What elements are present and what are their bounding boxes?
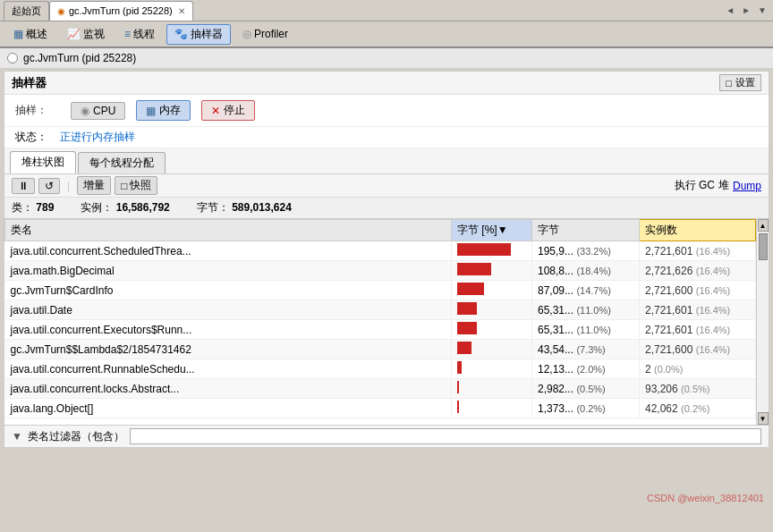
tab-jvm[interactable]: ◉ gc.JvmTurn (pid 25228) ✕ bbox=[49, 1, 193, 21]
nav-monitor[interactable]: 📈 监视 bbox=[59, 24, 113, 45]
cell-bar bbox=[452, 320, 532, 340]
cell-bar bbox=[452, 359, 532, 379]
cell-classname: java.util.concurrent.locks.Abstract... bbox=[5, 379, 452, 399]
table-row[interactable]: java.math.BigDecimal108,8... (18.4%)2,72… bbox=[5, 261, 756, 281]
pause-button[interactable]: ⏸ bbox=[12, 178, 35, 194]
settings-label: 设置 bbox=[735, 76, 755, 89]
overview-label: 概述 bbox=[26, 27, 47, 42]
cell-instances: 42,062 (0.2%) bbox=[640, 399, 756, 418]
nav-forward[interactable]: ► bbox=[739, 5, 753, 15]
snapshot-label: 快照 bbox=[130, 178, 151, 193]
tab-start[interactable]: 起始页 bbox=[4, 1, 49, 21]
bytes-stat: 字节： 589,013,624 bbox=[197, 200, 292, 215]
nav-profiler[interactable]: ◎ Profiler bbox=[234, 25, 296, 43]
cell-bar bbox=[452, 281, 532, 300]
monitor-icon: 📈 bbox=[67, 28, 81, 40]
table-row[interactable]: gc.JvmTurn$CardInfo87,09... (14.7%)2,721… bbox=[5, 281, 756, 300]
tab-perthread[interactable]: 每个线程分配 bbox=[78, 152, 166, 173]
memory-sample-button[interactable]: ▦ 内存 bbox=[136, 100, 191, 121]
filter-input[interactable] bbox=[130, 428, 761, 444]
col-instances-label: 实例数 bbox=[645, 224, 677, 236]
col-instances[interactable]: 实例数 bbox=[640, 220, 756, 241]
cell-instances: 93,206 (0.5%) bbox=[640, 379, 756, 399]
col-bytes[interactable]: 字节 bbox=[532, 220, 640, 241]
heap-label: 堆 bbox=[718, 178, 729, 193]
col-bytes-pct[interactable]: 字节 [%]▼ bbox=[452, 220, 532, 241]
snapshot-button[interactable]: □ 快照 bbox=[115, 176, 157, 195]
tab-start-label: 起始页 bbox=[12, 4, 41, 18]
table-row[interactable]: java.lang.Object[]1,373... (0.2%)42,062 … bbox=[5, 399, 756, 418]
sampler-label: 抽样器 bbox=[191, 27, 223, 42]
cell-bar bbox=[452, 399, 532, 418]
refresh-button[interactable]: ↺ bbox=[38, 178, 60, 194]
table-container: 类名 字节 [%]▼ 字节 实例数 java.util.co bbox=[4, 219, 769, 425]
separator1: | bbox=[67, 180, 70, 192]
scroll-up[interactable]: ▲ bbox=[758, 219, 769, 232]
watermark: CSDN @weixin_38812401 bbox=[647, 493, 764, 503]
bar-visual bbox=[457, 302, 477, 315]
cpu-sample-button[interactable]: ◉ CPU bbox=[71, 102, 125, 120]
nav-back[interactable]: ◄ bbox=[723, 5, 737, 15]
scroll-thumb[interactable] bbox=[759, 233, 768, 260]
cell-bytes: 195,9... (33.2%) bbox=[532, 241, 640, 261]
tab-jvm-close[interactable]: ✕ bbox=[178, 6, 185, 16]
table-row[interactable]: java.util.concurrent.ScheduledThrea...19… bbox=[5, 241, 756, 261]
filter-bar: ▼ 类名过滤器（包含） bbox=[4, 425, 769, 447]
nav-menu[interactable]: ▼ bbox=[755, 5, 769, 15]
main-panel: 抽样器 □ 设置 抽样： ◉ CPU ▦ 内存 ✕ 停止 状态： bbox=[4, 71, 769, 448]
table-row[interactable]: java.util.concurrent.Executors$Runn...65… bbox=[5, 320, 756, 340]
nav-thread[interactable]: ≡ 线程 bbox=[116, 24, 163, 45]
nav-sampler[interactable]: 🐾 抽样器 bbox=[166, 24, 231, 45]
bar-visual bbox=[457, 322, 477, 334]
table-header: 类名 字节 [%]▼ 字节 实例数 bbox=[5, 220, 756, 241]
settings-button[interactable]: □ 设置 bbox=[719, 74, 761, 91]
cell-bytes: 1,373... (0.2%) bbox=[532, 399, 640, 418]
col-classname[interactable]: 类名 bbox=[5, 220, 452, 241]
filter-label: 类名过滤器（包含） bbox=[28, 429, 124, 444]
increment-button[interactable]: 增量 bbox=[77, 176, 111, 195]
tab-perthread-label: 每个线程分配 bbox=[89, 156, 154, 169]
monitor-label: 监视 bbox=[83, 27, 105, 42]
table-row[interactable]: java.util.concurrent.locks.Abstract...2,… bbox=[5, 379, 756, 399]
bar-visual bbox=[457, 361, 462, 374]
cell-bar bbox=[452, 241, 532, 261]
scroll-down[interactable]: ▼ bbox=[758, 412, 769, 425]
vertical-scrollbar[interactable]: ▲ ▼ bbox=[756, 219, 769, 425]
cell-instances: 2,721,600 (16.4%) bbox=[640, 340, 756, 359]
section-title: 抽样器 bbox=[12, 75, 47, 91]
cell-instances: 2,721,626 (16.4%) bbox=[640, 261, 756, 281]
col-bytes-label: 字节 bbox=[538, 224, 559, 236]
table-row[interactable]: gc.JvmTurn$$Lambda$2/185473146243,54... … bbox=[5, 340, 756, 359]
status-value: 正进行内存抽样 bbox=[60, 130, 135, 145]
stats-bar: 类： 789 实例： 16,586,792 字节： 589,013,624 bbox=[4, 198, 769, 219]
class-stat: 类： 789 bbox=[12, 200, 54, 215]
class-value: 789 bbox=[36, 201, 54, 214]
tab-heap[interactable]: 堆柱状图 bbox=[10, 151, 76, 173]
cell-bar bbox=[452, 340, 532, 359]
cpu-label: CPU bbox=[93, 105, 115, 117]
col-bytes-pct-label: 字节 [%]▼ bbox=[457, 224, 508, 236]
instance-stat: 实例： 16,586,792 bbox=[81, 200, 169, 215]
stop-sample-button[interactable]: ✕ 停止 bbox=[201, 100, 255, 121]
cpu-icon: ◉ bbox=[81, 105, 89, 117]
cell-classname: java.util.concurrent.RunnableSchedu... bbox=[5, 359, 452, 379]
cell-instances: 2,721,601 (16.4%) bbox=[640, 300, 756, 320]
table-body: java.util.concurrent.ScheduledThrea...19… bbox=[5, 241, 756, 418]
cell-classname: java.math.BigDecimal bbox=[5, 261, 452, 281]
thread-icon: ≡ bbox=[124, 28, 131, 40]
cell-bytes: 65,31... (11.0%) bbox=[532, 300, 640, 320]
nav-overview[interactable]: ▦ 概述 bbox=[5, 24, 55, 45]
bar-visual bbox=[457, 381, 459, 393]
table-row[interactable]: java.util.concurrent.RunnableSchedu...12… bbox=[5, 359, 756, 379]
cell-classname: gc.JvmTurn$CardInfo bbox=[5, 281, 452, 300]
snapshot-icon: □ bbox=[121, 180, 127, 192]
status-row: 状态： 正进行内存抽样 bbox=[4, 127, 769, 148]
nav-arrows: ◄ ► ▼ bbox=[723, 5, 769, 15]
col-classname-label: 类名 bbox=[11, 224, 32, 236]
cell-bytes: 12,13... (2.0%) bbox=[532, 359, 640, 379]
memory-icon: ▦ bbox=[146, 105, 156, 117]
instance-label: 实例： bbox=[81, 201, 113, 214]
settings-checkbox-icon: □ bbox=[726, 78, 732, 89]
overview-icon: ▦ bbox=[13, 28, 23, 40]
table-row[interactable]: java.util.Date65,31... (11.0%)2,721,601 … bbox=[5, 300, 756, 320]
